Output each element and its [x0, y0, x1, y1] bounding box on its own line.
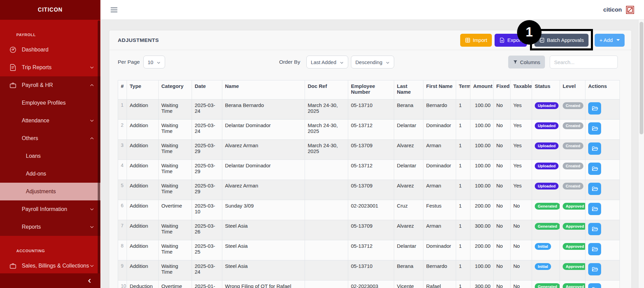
- cell-amount: 200.00: [470, 240, 494, 260]
- cell-amount: 100.00: [470, 260, 494, 281]
- status-badge: Uploaded: [535, 102, 559, 109]
- cell-category: Overtime: [159, 281, 192, 288]
- page-scrollbar[interactable]: [638, 20, 644, 288]
- status-badge: Uploaded: [535, 142, 559, 149]
- folder-open-icon: [592, 266, 598, 273]
- open-record-button[interactable]: [588, 203, 601, 215]
- cell-first-name: Arman: [423, 180, 456, 200]
- cell-name: Alvarez Arman: [222, 140, 305, 160]
- cell-status: Generated: [532, 220, 560, 240]
- folder-open-icon: [592, 105, 598, 112]
- main-content: ADJUSTMENTS Import Export: [100, 20, 638, 288]
- open-record-button[interactable]: [588, 223, 601, 235]
- cell-status: Initial: [532, 240, 560, 260]
- collapse-sidebar-icon[interactable]: [87, 278, 92, 284]
- cell-doc-ref: March 24-30, 2025: [305, 120, 348, 140]
- open-record-button[interactable]: [588, 283, 601, 288]
- columns-button[interactable]: Columns: [508, 56, 545, 69]
- sidebar-item-others[interactable]: Others: [0, 130, 100, 147]
- cell-level: Approved: [560, 220, 585, 240]
- cell-last-name: Cruz: [394, 200, 423, 220]
- cell-term: 1: [456, 240, 470, 260]
- level-badge: Created: [563, 102, 583, 109]
- open-record-button[interactable]: [588, 183, 601, 195]
- menu-toggle-button[interactable]: [111, 7, 117, 12]
- cell-actions: [585, 140, 620, 160]
- cell-last-name: Alvarez: [394, 180, 423, 200]
- sidebar-item-employee-profiles[interactable]: Employee Profiles: [0, 94, 100, 112]
- import-button[interactable]: Import: [460, 34, 492, 47]
- cell-type: Deduction: [127, 281, 159, 288]
- cell-term: 1: [456, 260, 470, 281]
- folder-open-icon: [592, 286, 598, 288]
- sidebar-item-sales-billings-collections[interactable]: Sales, Billings & Collections: [0, 257, 100, 273]
- spreadsheet-icon: [465, 37, 470, 43]
- open-record-button[interactable]: [588, 163, 601, 175]
- open-record-button[interactable]: [588, 142, 601, 155]
- cell-first-name: Dominador: [423, 160, 456, 180]
- column-header-: #: [118, 80, 127, 100]
- page-scrollbar-thumb[interactable]: [640, 22, 643, 134]
- cell-category: Overtime: [159, 200, 192, 220]
- cell-category: Waiting Time: [159, 100, 192, 120]
- folder-open-icon: [592, 146, 598, 152]
- cell-date: 2025-03-26: [192, 220, 222, 240]
- folder-open-icon: [592, 246, 598, 253]
- sidebar-item-reports[interactable]: Reports: [0, 218, 100, 236]
- sidebar-item-add-ons[interactable]: Add-ons: [0, 165, 100, 183]
- sidebar-item-loans[interactable]: Loans: [0, 147, 100, 165]
- sidebar-item-dashboard[interactable]: Dashboard: [0, 41, 100, 59]
- cell-level: Created: [560, 140, 585, 160]
- cell-row-number: 4: [118, 160, 127, 180]
- folder-open-icon: [592, 186, 598, 192]
- table-row: 4AdditionWaiting Time2025-03-29Delantar …: [118, 160, 620, 180]
- cell-employee-number: 05-13712: [348, 120, 394, 140]
- sidebar-scrollbar[interactable]: [98, 20, 100, 284]
- per-page-select[interactable]: 10: [143, 56, 165, 69]
- search-input[interactable]: [550, 56, 618, 69]
- user-name[interactable]: citicon: [603, 6, 622, 13]
- cell-employee-number: 02-2023003: [348, 281, 394, 288]
- sidebar-item-payroll-hr[interactable]: Payroll & HR: [0, 76, 100, 94]
- filter-toolbar: Per Page 10 Order By Last Added Descendi…: [109, 50, 631, 69]
- cell-date: 2025-03-29: [192, 180, 222, 200]
- sidebar-item-attendance[interactable]: Attendance: [0, 112, 100, 130]
- add-button[interactable]: + Add: [595, 34, 625, 47]
- column-header-status: Status: [532, 80, 560, 100]
- sidebar-item-adjustments[interactable]: Adjustments: [0, 183, 100, 200]
- cell-level: Approved: [560, 260, 585, 281]
- briefcase-icon: [9, 81, 17, 89]
- sidebar-item-trip-reports[interactable]: Trip Reports: [0, 59, 100, 76]
- cell-date: 2025-03-25: [192, 240, 222, 260]
- order-field-select[interactable]: Last Added: [306, 56, 348, 69]
- open-record-button[interactable]: [588, 243, 601, 255]
- cell-row-number: 8: [118, 240, 127, 260]
- topbar: citicon: [100, 0, 644, 20]
- briefcase-icon: [9, 262, 17, 270]
- cell-level: Created: [560, 120, 585, 140]
- open-record-button[interactable]: [588, 263, 601, 275]
- batch-approvals-button[interactable]: Batch Approvals: [534, 34, 589, 47]
- sidebar-section-payroll: PAYROLL: [0, 20, 100, 41]
- order-by-label: Order By: [279, 59, 300, 65]
- cell-category: Waiting Time: [159, 240, 192, 260]
- cell-doc-ref: [305, 260, 348, 281]
- open-record-button[interactable]: [588, 102, 601, 115]
- cell-fixed: No: [494, 140, 511, 160]
- import-label: Import: [473, 37, 487, 43]
- open-record-button[interactable]: [588, 122, 601, 135]
- cell-type: Addition: [127, 220, 159, 240]
- cell-taxable: Yes: [511, 160, 532, 180]
- cell-fixed: No: [494, 180, 511, 200]
- order-direction-select[interactable]: Descending: [351, 56, 394, 69]
- sidebar-item-label: Adjustments: [26, 188, 56, 195]
- annotation-step-number: 1: [526, 25, 533, 40]
- document-icon: [9, 64, 17, 71]
- cell-last-name: Alvarez: [394, 140, 423, 160]
- table-row: 5AdditionWaiting Time2025-03-29Alvarez A…: [118, 180, 620, 200]
- sidebar-item-payroll-information[interactable]: Payroll Information: [0, 200, 100, 218]
- chevron-down-icon: [90, 225, 94, 229]
- adjustments-card: ADJUSTMENTS Import Export: [109, 30, 632, 288]
- cell-first-name: Bernardo: [423, 100, 456, 120]
- cell-row-number: 2: [118, 120, 127, 140]
